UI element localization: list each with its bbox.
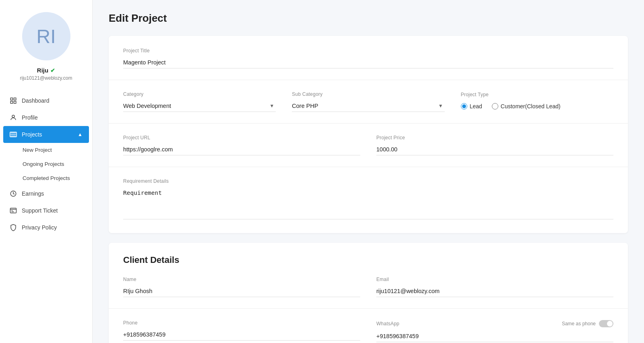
nav-item-projects: Projects ▲ New Project Ongoing Projects … [0, 126, 92, 185]
radio-customer[interactable] [492, 103, 498, 110]
client-whatsapp-label: WhatsApp [376, 321, 399, 326]
project-price-input[interactable] [376, 144, 613, 155]
verified-icon: ✔ [50, 67, 55, 74]
svg-rect-7 [10, 208, 17, 213]
sidebar-item-projects[interactable]: Projects ▲ [3, 126, 89, 143]
category-select[interactable]: Web Development Mobile Development Desig… [123, 100, 276, 112]
nav-item-support-ticket: Support Ticket [0, 202, 92, 219]
sidebar-item-earnings[interactable]: Earnings [0, 185, 92, 202]
client-name-group: Name [123, 277, 360, 297]
radio-lead[interactable] [461, 103, 467, 110]
client-phone-group: Phone [123, 320, 360, 342]
svg-rect-2 [14, 101, 16, 103]
project-type-radios: Lead Customer(Closed Lead) [461, 101, 613, 112]
nav-item-privacy-policy: Privacy Policy [0, 219, 92, 236]
project-url-label: Project URL [123, 135, 360, 141]
project-title-group: Project Title [123, 48, 613, 68]
divider-4 [109, 308, 628, 309]
client-email-group: Email [376, 277, 613, 297]
nav-sub-item-ongoing-projects: Ongoing Projects [0, 157, 92, 171]
main-content: Edit Project Project Title Category Web … [93, 0, 644, 343]
divider-3 [109, 167, 628, 167]
category-select-wrapper: Web Development Mobile Development Desig… [123, 100, 276, 112]
client-name-input[interactable] [123, 285, 360, 297]
client-name-label: Name [123, 277, 360, 282]
privacy-icon [10, 224, 17, 231]
sidebar-item-completed-projects[interactable]: Completed Projects [0, 171, 92, 185]
project-type-group: Project Type Lead Customer(Closed Lead) [461, 92, 613, 112]
radio-lead-label[interactable]: Lead [461, 103, 482, 110]
nav-item-dashboard: Dashboard [0, 92, 92, 109]
sub-category-select-wrapper: Core PHP Laravel WordPress Magento ▼ [292, 100, 444, 112]
category-label: Category [123, 91, 276, 97]
client-email-label: Email [376, 277, 613, 282]
sidebar-item-new-project[interactable]: New Project [0, 143, 92, 157]
whatsapp-label-row: WhatsApp Same as phone [376, 320, 613, 327]
client-email-input[interactable] [376, 285, 613, 297]
svg-rect-1 [14, 98, 16, 100]
nav-item-profile: Profile [0, 109, 92, 126]
profile-icon [10, 114, 17, 121]
project-price-group: Project Price [376, 135, 613, 155]
project-price-label: Project Price [376, 135, 613, 141]
project-details-card: Project Title Category Web Development M… [109, 36, 628, 233]
client-phone-label: Phone [123, 320, 360, 326]
divider-2 [109, 123, 628, 124]
dashboard-icon [10, 97, 17, 104]
sub-category-group: Sub Category Core PHP Laravel WordPress … [292, 91, 444, 112]
earnings-icon [10, 190, 17, 197]
support-icon [10, 207, 17, 214]
category-group: Category Web Development Mobile Developm… [123, 91, 276, 112]
same-as-phone-switch[interactable] [599, 320, 613, 327]
phone-whatsapp-row: Phone WhatsApp Same as phone [123, 320, 613, 343]
client-details-card: Client Details Name Email Phone WhatsApp [109, 243, 628, 343]
chevron-up-icon: ▲ [78, 132, 83, 137]
client-whatsapp-group: WhatsApp Same as phone [376, 320, 613, 342]
sidebar-item-ongoing-projects[interactable]: Ongoing Projects [0, 157, 92, 171]
project-url-input[interactable] [123, 144, 360, 155]
sidebar: RI Riju ✔ riju10121@weblozy.com Dashboar… [0, 0, 93, 343]
sidebar-item-privacy-policy[interactable]: Privacy Policy [0, 219, 92, 236]
user-email: riju10121@weblozy.com [20, 75, 72, 81]
sidebar-item-support-ticket[interactable]: Support Ticket [0, 202, 92, 219]
svg-rect-3 [10, 101, 12, 103]
client-section-title: Client Details [123, 255, 613, 265]
nav-sub-item-new-project: New Project [0, 143, 92, 157]
sidebar-item-dashboard[interactable]: Dashboard [0, 92, 92, 109]
divider-1 [109, 80, 628, 80]
page-title: Edit Project [109, 12, 628, 25]
category-row: Category Web Development Mobile Developm… [123, 91, 613, 112]
sub-category-select[interactable]: Core PHP Laravel WordPress Magento [292, 100, 444, 112]
sub-category-label: Sub Category [292, 91, 444, 97]
requirement-label: Requirement Details [123, 178, 613, 184]
same-as-phone-toggle: Same as phone [562, 320, 613, 327]
project-url-group: Project URL [123, 135, 360, 155]
client-phone-input[interactable] [123, 329, 360, 341]
sidebar-item-profile[interactable]: Profile [0, 109, 92, 126]
avatar: RI [22, 12, 70, 60]
projects-submenu: New Project Ongoing Projects Completed P… [0, 143, 92, 185]
project-title-label: Project Title [123, 48, 613, 54]
url-price-row: Project URL Project Price [123, 135, 613, 155]
nav-menu: Dashboard Profile Projects ▲ New Project [0, 92, 92, 236]
project-title-input[interactable] [123, 57, 613, 68]
client-whatsapp-input[interactable] [376, 331, 613, 342]
requirement-group: Requirement Details [123, 178, 613, 221]
project-type-label: Project Type [461, 92, 613, 97]
svg-rect-0 [10, 98, 12, 100]
nav-sub-item-completed-projects: Completed Projects [0, 171, 92, 185]
requirement-textarea[interactable] [123, 187, 613, 219]
user-name: Riju ✔ [37, 67, 55, 74]
projects-icon [10, 131, 17, 138]
svg-point-4 [12, 115, 14, 118]
name-email-row: Name Email [123, 277, 613, 308]
nav-item-earnings: Earnings [0, 185, 92, 202]
radio-customer-label[interactable]: Customer(Closed Lead) [492, 103, 561, 110]
